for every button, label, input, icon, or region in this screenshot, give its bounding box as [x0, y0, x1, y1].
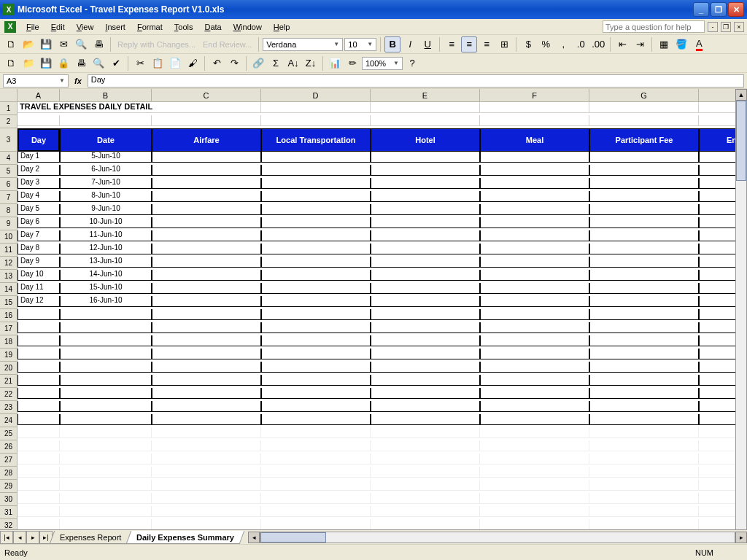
cell-empty[interactable]	[152, 230, 261, 241]
cell-empty[interactable]	[371, 375, 480, 386]
tab-nav-next[interactable]: ▸	[26, 531, 39, 544]
row-header-27[interactable]: 27	[0, 454, 18, 467]
align-center-icon[interactable]: ≡	[461, 36, 477, 52]
cell-empty[interactable]	[152, 349, 261, 359]
cell-blank[interactable]	[152, 440, 261, 451]
cell-blank[interactable]	[371, 467, 480, 478]
cell-empty[interactable]	[152, 362, 261, 373]
cell-empty[interactable]	[261, 322, 371, 333]
table-header[interactable]: Meal	[480, 128, 589, 152]
row-header-10[interactable]: 10	[0, 230, 18, 244]
cell-empty[interactable]	[261, 230, 371, 241]
cell-empty[interactable]	[371, 283, 480, 294]
cell-blank[interactable]	[152, 454, 261, 464]
cell-blank[interactable]	[18, 519, 60, 530]
cell-empty[interactable]	[371, 335, 480, 346]
italic-icon[interactable]: I	[402, 36, 418, 52]
cell-blank[interactable]	[60, 519, 152, 530]
increase-decimal-icon[interactable]: .0	[573, 36, 589, 52]
cell-blank[interactable]	[152, 480, 261, 491]
cell-blank[interactable]	[18, 440, 60, 451]
cell-blank[interactable]	[371, 427, 480, 438]
merge-icon[interactable]: ⊞	[496, 36, 512, 52]
cell-empty[interactable]	[60, 309, 152, 320]
cell-empty[interactable]	[371, 322, 480, 333]
cell-blank[interactable]	[371, 115, 480, 126]
cell-blank[interactable]	[480, 427, 589, 438]
row-header-17[interactable]: 17	[0, 322, 18, 335]
cell-blank[interactable]	[60, 506, 152, 517]
cell-blank[interactable]	[480, 519, 589, 530]
cell-date[interactable]: 11-Jun-10	[60, 230, 152, 241]
open2-icon[interactable]: 📁	[20, 55, 36, 71]
cell-empty[interactable]	[152, 375, 261, 386]
cell-date[interactable]: 7-Jun-10	[60, 178, 152, 189]
cell-empty[interactable]	[152, 178, 261, 189]
align-right-icon[interactable]: ≡	[479, 36, 495, 52]
cell-empty[interactable]	[589, 204, 699, 215]
fx-icon[interactable]: fx	[71, 77, 85, 85]
sort-asc-icon[interactable]: A↓	[285, 55, 301, 71]
cell-empty[interactable]	[589, 152, 699, 163]
cell-empty[interactable]	[60, 335, 152, 346]
cell-empty[interactable]	[261, 349, 371, 359]
cell-day[interactable]: Day 10	[18, 270, 60, 281]
cell-empty[interactable]	[371, 244, 480, 254]
doc-restore-button[interactable]: ❐	[721, 22, 731, 32]
cell-empty[interactable]	[152, 296, 261, 307]
cell-blank[interactable]	[371, 480, 480, 491]
cell-blank[interactable]	[60, 454, 152, 464]
cell-blank[interactable]	[152, 467, 261, 478]
cell-empty[interactable]	[480, 322, 589, 333]
cell-blank[interactable]	[589, 519, 699, 530]
cell-blank[interactable]	[480, 440, 589, 451]
cell-empty[interactable]	[480, 283, 589, 294]
row-header-11[interactable]: 11	[0, 244, 18, 257]
cell-empty[interactable]	[152, 388, 261, 399]
cell-date[interactable]: 15-Jun-10	[60, 283, 152, 294]
select-all-corner[interactable]	[0, 89, 18, 102]
row-header-15[interactable]: 15	[0, 296, 18, 309]
sort-desc-icon[interactable]: Z↓	[303, 55, 319, 71]
cell-empty[interactable]	[152, 244, 261, 254]
cell-empty[interactable]	[152, 191, 261, 202]
mail-icon[interactable]: ✉	[55, 36, 71, 52]
row-header-5[interactable]: 5	[0, 165, 18, 178]
cell-blank[interactable]	[261, 467, 371, 478]
cell-empty[interactable]	[18, 375, 60, 386]
cell-empty[interactable]	[371, 349, 480, 359]
cut-icon[interactable]: ✂	[132, 55, 148, 71]
cell-empty[interactable]	[152, 257, 261, 268]
row-header-8[interactable]: 8	[0, 204, 18, 217]
decrease-decimal-icon[interactable]: .00	[590, 36, 606, 52]
cell-empty[interactable]	[18, 335, 60, 346]
zoom-select[interactable]: 100%▼	[362, 57, 403, 70]
save2-icon[interactable]: 💾	[38, 55, 54, 71]
vscroll-thumb[interactable]	[736, 101, 746, 181]
cell-day[interactable]: Day 7	[18, 230, 60, 241]
table-header[interactable]: Participant Fee	[589, 128, 699, 152]
fill-color-icon[interactable]: 🪣	[673, 36, 689, 52]
spell-icon[interactable]: ✔	[108, 55, 124, 71]
tab-nav-prev[interactable]: ◂	[13, 531, 26, 544]
percent-icon[interactable]: %	[538, 36, 554, 52]
cell-empty[interactable]	[60, 349, 152, 359]
cell-empty[interactable]	[371, 388, 480, 399]
cell-empty[interactable]	[261, 296, 371, 307]
cell-day[interactable]: Day 8	[18, 244, 60, 254]
menu-window[interactable]: Window	[228, 21, 268, 33]
cell-empty[interactable]	[371, 296, 480, 307]
row-header-23[interactable]: 23	[0, 401, 18, 414]
cell-blank[interactable]	[261, 480, 371, 491]
bold-icon[interactable]: B	[384, 36, 400, 52]
print-icon[interactable]: 🖶	[90, 36, 107, 52]
cell-blank[interactable]	[261, 454, 371, 464]
row-header-6[interactable]: 6	[0, 178, 18, 191]
minimize-button[interactable]: _	[693, 2, 709, 17]
row-header-29[interactable]: 29	[0, 480, 18, 493]
cell-blank[interactable]	[480, 467, 589, 478]
cell-empty[interactable]	[261, 204, 371, 215]
cell-empty[interactable]	[18, 309, 60, 320]
menu-edit[interactable]: Edit	[45, 21, 71, 33]
cell-empty[interactable]	[589, 388, 699, 399]
